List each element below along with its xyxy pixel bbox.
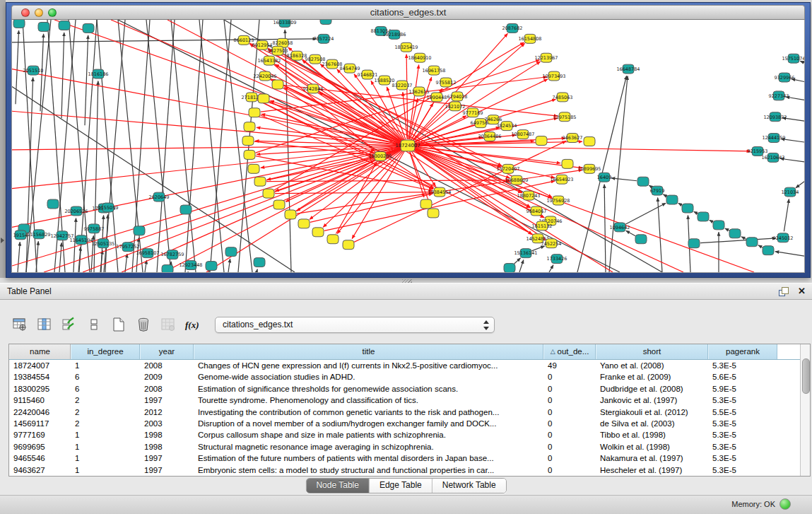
network-node[interactable]: 22420046 — [253, 71, 276, 81]
table-cell[interactable]: 5.9E-5 — [708, 383, 777, 395]
network-node[interactable] — [713, 221, 724, 230]
table-cell[interactable]: Hescheler et al. (1997) — [596, 465, 708, 476]
table-cell[interactable]: 18300295 — [9, 383, 71, 395]
table-cell[interactable]: 1997 — [140, 452, 194, 464]
network-node[interactable] — [254, 258, 265, 267]
network-graph[interactable]: 1872400716033809785722488130541921898620… — [12, 20, 804, 272]
table-cell[interactable]: 1998 — [140, 441, 194, 452]
table-cell[interactable]: Franke et al. (2009) — [596, 371, 708, 382]
network-node[interactable] — [312, 228, 324, 237]
network-node[interactable] — [162, 265, 173, 272]
table-cell[interactable]: 5.3E-5 — [708, 418, 777, 429]
network-node[interactable]: 9827503 — [268, 46, 288, 55]
network-node[interactable] — [343, 240, 354, 250]
network-canvas[interactable]: 1872400716033809785722488130541921898620… — [11, 20, 805, 273]
table-cell[interactable]: 0 — [543, 383, 596, 395]
table-cell[interactable]: 2012 — [140, 407, 194, 418]
network-node[interactable]: 2087682 — [502, 23, 523, 33]
network-node[interactable]: 67919 — [650, 186, 665, 195]
network-node[interactable]: 1816186 — [88, 69, 109, 78]
network-node[interactable] — [242, 136, 254, 146]
table-cell[interactable]: 0 — [543, 465, 596, 476]
table-cell[interactable]: 5.3E-5 — [708, 441, 777, 452]
network-node[interactable] — [584, 137, 595, 146]
scrollbar-thumb[interactable] — [802, 358, 810, 394]
network-node[interactable]: 12213967 — [534, 53, 558, 62]
close-panel-icon[interactable]: ✕ — [798, 286, 806, 296]
network-node[interactable]: 2051510 — [23, 66, 44, 75]
network-node[interactable]: 18807243 — [517, 191, 540, 200]
table-cell[interactable]: 9115460 — [9, 395, 71, 406]
table-cell[interactable]: Jankovic et al. (1997) — [596, 395, 708, 406]
table-cell[interactable]: Estimation of significance thresholds fo… — [194, 383, 543, 395]
network-node[interactable] — [682, 204, 693, 213]
network-node[interactable]: 9329966 — [775, 73, 795, 82]
network-window-titlebar[interactable]: citations_edges.txt — [11, 5, 805, 20]
table-row[interactable]: 1872400712008Changes of HCN gene express… — [9, 360, 810, 371]
table-cell[interactable]: 22420046 — [9, 407, 71, 418]
table-cell[interactable]: 5.5E-5 — [708, 407, 777, 418]
network-node[interactable]: 16648784 — [616, 64, 640, 74]
tab-node-table[interactable]: Node Table — [306, 479, 370, 493]
network-node[interactable] — [688, 239, 700, 248]
network-node[interactable]: 11645194 — [69, 235, 93, 245]
network-node[interactable]: 12093832 — [763, 112, 787, 122]
network-node[interactable]: 10899695 — [577, 164, 601, 173]
network-node[interactable] — [285, 210, 296, 219]
table-cell[interactable]: Tibbo et al. (1998) — [596, 429, 708, 440]
network-node[interactable] — [272, 80, 283, 89]
network-node[interactable]: 20364486 — [478, 132, 501, 141]
network-node[interactable] — [47, 199, 59, 209]
table-row[interactable]: 911546021997Tourette syndrome. Phenomeno… — [9, 395, 810, 406]
table-cell[interactable]: Yano et al. (2008) — [596, 360, 708, 371]
network-node[interactable]: 7857224 — [314, 34, 334, 43]
table-cell[interactable]: 0 — [543, 407, 596, 418]
network-node[interactable]: 12505135 — [91, 239, 114, 248]
function-builder-icon[interactable]: f(x) — [182, 315, 204, 334]
network-node[interactable]: 2620649 — [149, 192, 170, 201]
network-node[interactable] — [635, 235, 647, 244]
table-cell[interactable]: 0 — [543, 452, 596, 464]
network-node[interactable]: 39154 — [13, 230, 28, 240]
panel-collapse-handle[interactable] — [1, 238, 4, 243]
network-node[interactable] — [637, 177, 649, 186]
network-node[interactable] — [134, 226, 145, 235]
network-node[interactable] — [298, 219, 310, 228]
table-cell[interactable]: Corpus callosum shape and size in male p… — [194, 429, 543, 440]
network-node[interactable] — [59, 21, 70, 30]
network-node[interactable]: 18640910 — [408, 53, 431, 62]
column-header-name[interactable]: name — [9, 344, 71, 359]
table-cell[interactable]: 5.6E-5 — [708, 371, 777, 382]
table-cell[interactable]: Investigating the contribution of common… — [194, 407, 543, 418]
network-node[interactable]: 18325419 — [394, 42, 418, 52]
table-cell[interactable]: 19384554 — [9, 371, 71, 382]
table-cell[interactable]: 0 — [543, 429, 596, 440]
network-node[interactable] — [13, 20, 25, 28]
network-node[interactable] — [244, 150, 255, 159]
table-source-select[interactable]: citations_edges.txt — [215, 317, 495, 333]
network-node[interactable]: 9245012 — [773, 233, 794, 243]
table-cell[interactable]: de Silva et al. (2003) — [596, 418, 708, 429]
table-cell[interactable]: Disruption of a novel member of a sodium… — [194, 418, 543, 429]
table-cell[interactable]: Embryonic stem cells: a model to study s… — [194, 465, 543, 476]
network-node[interactable]: 12975185 — [553, 112, 576, 122]
table-cell[interactable]: 2009 — [140, 371, 194, 382]
table-row[interactable]: 946554611997Estimation of the future num… — [9, 452, 810, 464]
table-cell[interactable]: 2 — [71, 395, 140, 406]
network-node[interactable] — [698, 212, 709, 221]
network-node[interactable]: 16409 — [597, 173, 612, 182]
table-cell[interactable]: 2008 — [140, 360, 194, 371]
network-node[interactable]: 16654923 — [550, 175, 573, 184]
network-node[interactable] — [746, 238, 758, 247]
float-panel-icon[interactable] — [779, 287, 789, 296]
network-node[interactable]: 19384554 — [428, 187, 451, 197]
network-node[interactable]: 6794028 — [447, 92, 468, 101]
network-node[interactable]: 15136141 — [514, 249, 537, 258]
table-cell[interactable]: 6 — [71, 371, 140, 382]
network-node[interactable]: 12444159 — [762, 134, 785, 143]
table-cell[interactable]: 5.3E-5 — [708, 452, 777, 464]
table-cell[interactable]: 0 — [543, 395, 596, 406]
network-node[interactable] — [180, 205, 192, 214]
network-node[interactable] — [38, 22, 49, 31]
network-node[interactable] — [666, 195, 678, 204]
